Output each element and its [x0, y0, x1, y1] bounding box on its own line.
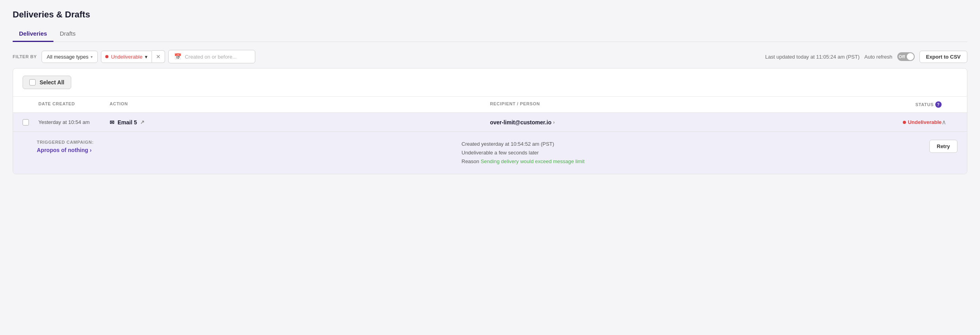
reason-link[interactable]: Sending delivery would exceed message li… [481, 158, 584, 164]
retry-action: Retry [886, 140, 957, 153]
status-chevron: ▾ [145, 54, 148, 60]
row-checkbox[interactable] [23, 119, 38, 126]
row-action: ✉ Email 5 ↗ [110, 119, 490, 126]
row-date: Yesterday at 10:54 am [38, 119, 110, 125]
recipient-chevron: › [553, 119, 555, 125]
main-content: Select All Date Created Action Recipient… [13, 68, 967, 174]
main-page: Deliveries & Drafts Deliveries Drafts FI… [0, 0, 980, 335]
collapse-button[interactable]: ∧ [942, 118, 946, 126]
export-csv-button[interactable]: Export to CSV [919, 51, 967, 63]
calendar-icon: 📅 [174, 53, 182, 60]
triggered-campaign: Triggered Campaign: Apropos of nothing › [37, 140, 454, 153]
undeliverable-time: Undeliverable a few seconds later [462, 148, 878, 157]
status-badge: Undeliverable [903, 119, 942, 125]
auto-refresh-label: Auto refresh [864, 54, 893, 60]
delivery-details: Created yesterday at 10:54:52 am (PST) U… [462, 140, 878, 166]
select-all-row: Select All [13, 69, 967, 97]
tab-deliveries[interactable]: Deliveries [13, 26, 53, 42]
triggered-link-arrow: › [90, 147, 92, 153]
filter-right: Last updated today at 11:05:24 am (PST) … [765, 51, 967, 63]
status-help-icon[interactable]: ? [935, 101, 942, 108]
th-date-created: Date Created [38, 101, 110, 108]
filter-by-label: FILTER BY [13, 54, 37, 59]
triggered-link[interactable]: Apropos of nothing › [37, 147, 454, 153]
email-icon: ✉ [110, 119, 114, 126]
status-badge-dot [903, 121, 906, 124]
page-title: Deliveries & Drafts [13, 10, 967, 20]
table-header: Date Created Action Recipient / Person S… [13, 97, 967, 112]
recipient-email: over-limit@customer.io [490, 119, 551, 126]
date-placeholder: Created on or before... [185, 54, 237, 60]
row-status: Undeliverable [870, 119, 942, 125]
filter-left: FILTER BY All message types ▾ Undelivera… [13, 50, 255, 63]
status-dot [105, 55, 108, 58]
th-action: Action [110, 101, 490, 108]
retry-button[interactable]: Retry [929, 140, 957, 153]
clear-status-filter[interactable]: ✕ [152, 50, 165, 63]
toggle-off-label: Off [899, 54, 905, 59]
status-filter-tag[interactable]: Undeliverable ▾ [101, 51, 152, 63]
message-type-label: All message types [47, 54, 89, 60]
reason-line: Reason Sending delivery would exceed mes… [462, 157, 878, 166]
select-all-button[interactable]: Select All [23, 76, 71, 89]
th-recipient: Recipient / Person [490, 101, 870, 108]
message-type-chevron: ▾ [91, 55, 93, 59]
action-label: Email 5 [118, 119, 137, 126]
triggered-label: Triggered Campaign: [37, 140, 454, 145]
status-badge-label: Undeliverable [908, 119, 942, 125]
auto-refresh-toggle[interactable]: Off [897, 52, 915, 61]
toggle-knob [907, 53, 914, 60]
last-updated-text: Last updated today at 11:05:24 am (PST) [765, 54, 859, 60]
table-row: Yesterday at 10:54 am ✉ Email 5 ↗ over-l… [13, 112, 967, 131]
status-filter-group: Undeliverable ▾ ✕ [101, 50, 165, 63]
select-all-checkbox[interactable] [29, 79, 36, 86]
expanded-row: Triggered Campaign: Apropos of nothing ›… [13, 131, 967, 174]
reason-label: Reason [462, 158, 479, 164]
message-type-filter[interactable]: All message types ▾ [42, 51, 98, 63]
triggered-link-text: Apropos of nothing [37, 147, 88, 153]
th-status: Status ? [870, 101, 942, 108]
tab-bar: Deliveries Drafts [13, 26, 967, 42]
reason-text: Sending delivery would exceed message li… [481, 158, 584, 164]
select-all-label: Select All [40, 79, 65, 86]
filter-bar: FILTER BY All message types ▾ Undelivera… [13, 50, 967, 63]
row-collapse[interactable]: ∧ [942, 118, 957, 126]
external-link-icon[interactable]: ↗ [140, 119, 144, 125]
created-time: Created yesterday at 10:54:52 am (PST) [462, 140, 878, 148]
row-checkbox-box[interactable] [23, 119, 29, 126]
date-filter[interactable]: 📅 Created on or before... [168, 50, 255, 63]
tab-drafts[interactable]: Drafts [53, 26, 82, 42]
th-checkbox [23, 101, 38, 108]
row-recipient[interactable]: over-limit@customer.io › [490, 119, 870, 126]
th-expand [942, 101, 957, 108]
status-tag-label: Undeliverable [111, 54, 142, 60]
